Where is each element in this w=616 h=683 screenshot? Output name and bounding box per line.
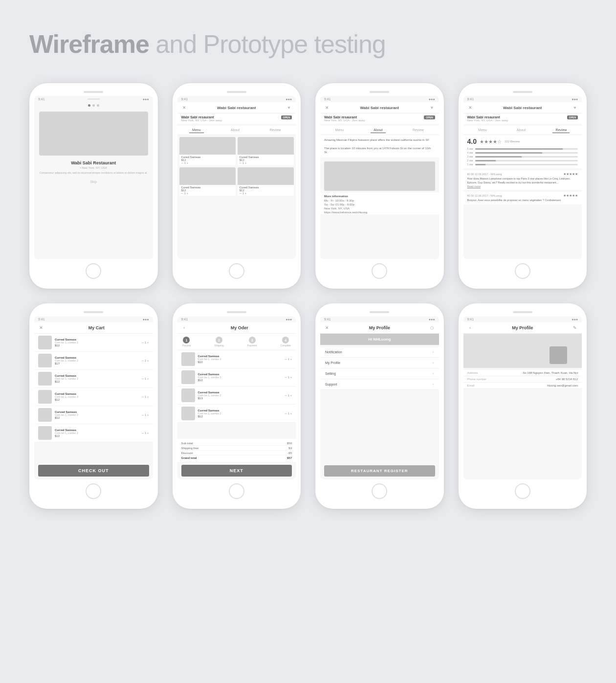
- qty-control[interactable]: ─ 1 +: [142, 377, 149, 380]
- speaker: [84, 91, 103, 93]
- open-badge: OPEN: [424, 115, 435, 119]
- tab-about[interactable]: About: [228, 127, 242, 133]
- close-icon[interactable]: ✕: [324, 325, 330, 331]
- tab-review[interactable]: Review: [266, 127, 284, 133]
- rating-summary: 4.0 ★★★★☆ 122 Review 5 star 4 star 3 sta…: [463, 135, 582, 168]
- home-button[interactable]: [372, 483, 387, 499]
- grand-label: Grand total: [181, 456, 197, 459]
- qty-control[interactable]: ─ 1 +: [285, 376, 292, 379]
- step-circle: 1: [183, 337, 190, 343]
- menu-item-notification[interactable]: Notification ›: [320, 347, 439, 358]
- item-qty: ─ 1 +: [181, 161, 234, 164]
- topbar-right: ●●●: [429, 318, 435, 321]
- about-image: [324, 161, 435, 191]
- email-val: hluong.seo@gmail.com: [547, 384, 578, 387]
- discount-val: -$5: [287, 452, 292, 455]
- phone-order: 9:41 ●●● ‹ My Oder 1 Preview 2 Shipping …: [173, 303, 301, 509]
- menu-item-setting[interactable]: Setting ›: [320, 368, 439, 379]
- item-image: [38, 408, 52, 422]
- menu-item[interactable]: Cured Samsas $12 ─ 1 +: [238, 137, 294, 165]
- topbar-left: 9:41: [324, 318, 331, 321]
- phones-row-2: 9:41 ●●● ✕ My Cart Curred Samsas Com bo …: [29, 303, 587, 509]
- cart-item: Curved Samsas Com bo 1, combo 2 $12 ─ 1 …: [34, 406, 153, 424]
- shipping-label: Shipping free:: [181, 447, 199, 450]
- topbar-right: ●●●: [143, 318, 149, 321]
- heart-icon[interactable]: ♥: [572, 105, 578, 111]
- bar-label: 2 star: [467, 159, 474, 162]
- close-icon[interactable]: ✕: [38, 325, 44, 331]
- tab-about[interactable]: About: [371, 127, 385, 133]
- tab-review[interactable]: Review: [552, 127, 570, 133]
- qty-control[interactable]: ─ 1 +: [142, 341, 149, 344]
- tab-menu[interactable]: Menu: [332, 127, 347, 133]
- tab-review[interactable]: Review: [410, 127, 427, 133]
- rating-stars: ★★★★☆: [480, 139, 502, 144]
- address-row: Address So 168 Nguyen Xien, Thanh Xuan, …: [463, 370, 582, 376]
- step-1: 1 Preview: [182, 337, 191, 347]
- qty-control[interactable]: ─ 1 +: [285, 412, 292, 415]
- menu-item[interactable]: Cured Samsas $12 ─ 1 +: [238, 167, 294, 196]
- home-button[interactable]: [515, 263, 530, 279]
- screen-order: 9:41 ●●● ‹ My Oder 1 Preview 2 Shipping …: [177, 316, 296, 479]
- skip-link[interactable]: Skip: [34, 180, 153, 183]
- dot-1: [88, 104, 90, 107]
- phone-about: 9:41 ●●● ✕ Wabi Sabi restaurant ♥ Wabi S…: [315, 83, 444, 289]
- item-image: [181, 388, 195, 402]
- phone-splash: 9:41 ───── ●●● Wabi Sabi Restaurant • Ne…: [29, 83, 158, 289]
- modal-title: Wabi Sabi restaurant: [330, 106, 429, 110]
- qty-control[interactable]: ─ 1 +: [142, 395, 149, 398]
- step-label: Payment: [247, 344, 257, 347]
- item-price: $12: [55, 344, 139, 347]
- tab-menu[interactable]: Menu: [189, 127, 204, 133]
- back-icon[interactable]: ‹: [467, 325, 473, 331]
- tab-about[interactable]: About: [514, 127, 528, 133]
- item-qty: ─ 1 +: [240, 161, 292, 164]
- item-price: $12: [55, 434, 139, 437]
- speaker: [513, 91, 532, 93]
- item-detail: Curred Samsas Com bo 1, combo 2 $10: [198, 355, 282, 364]
- qty-control[interactable]: ─ 1 +: [142, 413, 149, 416]
- menu-item[interactable]: Cured Samsas $12 ─ 1 +: [179, 167, 236, 196]
- back-icon[interactable]: ‹: [181, 325, 187, 331]
- menu-item-support[interactable]: Support ›: [320, 379, 439, 390]
- tab-menu[interactable]: Menu: [475, 127, 490, 133]
- review-meta: 80:30 12.06.2017 - NHLuong ★★★★★: [467, 172, 578, 176]
- cart-header: ✕ My Cart: [34, 322, 153, 334]
- next-button[interactable]: NEXT: [181, 465, 292, 477]
- qty-control[interactable]: ─ 1 +: [142, 432, 149, 434]
- heart-icon[interactable]: ♥: [286, 105, 292, 111]
- menu-item-myprofile[interactable]: My Profile ›: [320, 358, 439, 368]
- close-icon[interactable]: ✕: [467, 105, 473, 111]
- read-more-link[interactable]: Read more: [467, 185, 578, 188]
- modal-header: ✕ Wabi Sabi restaurant ♥: [463, 102, 582, 114]
- avatar-area: [463, 334, 582, 368]
- home-button[interactable]: [515, 483, 530, 499]
- bar-fill: [475, 160, 496, 161]
- rest-addr: New York, NY, USA - 2km away: [324, 119, 365, 122]
- review-stars: ★★★★★: [563, 194, 578, 198]
- home-button[interactable]: [86, 483, 101, 499]
- bar-label: 4 star: [467, 151, 474, 154]
- export-icon[interactable]: ⬡: [429, 325, 435, 331]
- close-icon[interactable]: ✕: [181, 105, 187, 111]
- register-button[interactable]: RESTAURANT REGISTER: [324, 465, 435, 477]
- qty-control[interactable]: ─ 1 +: [142, 359, 149, 362]
- close-icon[interactable]: ✕: [324, 105, 330, 111]
- menu-item[interactable]: Cured Samsas $12 ─ 1 +: [179, 137, 236, 165]
- carousel-dots: [34, 102, 153, 109]
- checkout-button[interactable]: CHECK OUT: [38, 465, 149, 477]
- discount-row: Discount: -$5: [181, 451, 292, 455]
- subtotal-label: Sub total:: [181, 442, 194, 445]
- screen-menu: 9:41 ●●● ✕ Wabi Sabi restaurant ♥ Wabi S…: [177, 96, 296, 259]
- qty-control[interactable]: ─ 1 +: [285, 394, 292, 397]
- topbar-left: 9:41: [181, 97, 188, 101]
- rest-name: Wabi Sabi resaurant: [181, 115, 222, 119]
- edit-icon[interactable]: ✎: [572, 325, 578, 331]
- qty-control[interactable]: ─ 1 +: [285, 358, 292, 361]
- bar-fill: [475, 156, 521, 158]
- home-button[interactable]: [86, 263, 101, 279]
- home-button[interactable]: [372, 263, 387, 279]
- heart-icon[interactable]: ♥: [429, 105, 435, 111]
- home-button[interactable]: [229, 263, 244, 279]
- home-button[interactable]: [229, 483, 244, 499]
